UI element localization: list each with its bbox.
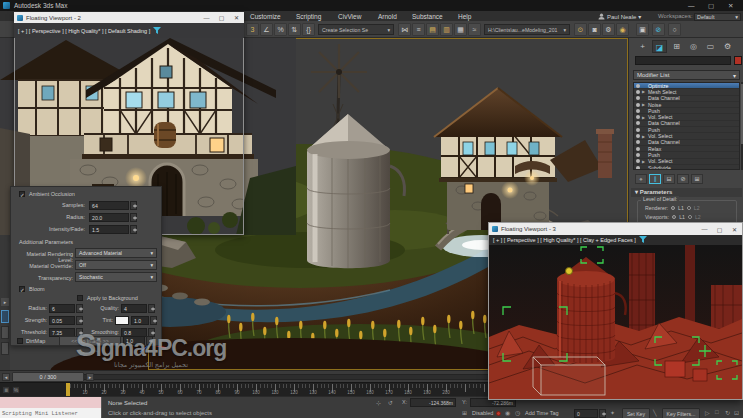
tab-utilities[interactable]: ⚙	[720, 40, 735, 53]
floating-viewport-3-titlebar[interactable]: Floating Viewport - 3 — ▢ ✕	[489, 223, 742, 235]
visibility-icon[interactable]	[636, 140, 640, 144]
tab-hierarchy[interactable]: ⊞	[669, 40, 684, 53]
dirtmap-spinner[interactable]	[146, 336, 153, 345]
fv3-close-button[interactable]: ✕	[727, 226, 742, 233]
visibility-icon[interactable]	[636, 103, 640, 107]
dirtmap-value-field[interactable]: 1.0	[123, 336, 145, 345]
bloom-checkbox[interactable]: ✓	[19, 286, 25, 292]
expand-icon[interactable]: ▶	[642, 89, 646, 94]
auto-key-indicator[interactable]	[496, 411, 501, 416]
key-filters-button[interactable]: Key Filters...	[662, 408, 700, 418]
filter-funnel-icon[interactable]	[639, 236, 647, 244]
spinner-snap-icon[interactable]: ⇅	[288, 23, 301, 36]
set-key-button[interactable]: Set Key	[622, 408, 650, 418]
viewports-l1-radio[interactable]	[672, 215, 676, 219]
pan-icon[interactable]: □	[715, 409, 719, 415]
menu-substance[interactable]: Substance	[412, 13, 443, 20]
visibility-icon[interactable]	[636, 159, 640, 163]
pin-stack-button[interactable]: ⌖	[635, 174, 647, 184]
scene-explorer-icon[interactable]: ▤	[426, 23, 439, 36]
workspace-dropdown[interactable]: Default ▾	[694, 13, 741, 21]
fv2-maximize-button[interactable]: ▢	[214, 14, 229, 21]
samples-spinner[interactable]	[130, 201, 137, 210]
show-end-result-button[interactable]: ∥	[649, 174, 661, 184]
fv3-viewport-label[interactable]: [ + ] [ Perspective ] [ High Quality* ] …	[489, 235, 742, 245]
quality-spinner[interactable]	[148, 304, 155, 313]
next-frame-button[interactable]: ▸	[86, 373, 94, 381]
transparency-dropdown[interactable]: Stochastic▾	[75, 272, 157, 282]
tab-motion[interactable]: ◎	[686, 40, 701, 53]
ribbon-toggle-icon[interactable]: ▦	[454, 23, 467, 36]
visibility-icon[interactable]	[636, 115, 640, 119]
curve-editor-icon[interactable]: ≈	[468, 23, 481, 36]
make-unique-button[interactable]: ⊟	[663, 174, 675, 184]
app-minimize-button[interactable]: —	[688, 0, 695, 11]
tint-spinner[interactable]	[150, 316, 157, 325]
transform-typein-icon[interactable]: ⊹	[376, 399, 381, 406]
floating-viewport-2-titlebar[interactable]: Floating Viewport - 2 — ▢ ✕	[14, 12, 244, 23]
tab-create[interactable]: +	[635, 40, 650, 53]
visibility-icon[interactable]	[636, 96, 640, 100]
maxscript-mini-listener-output[interactable]	[0, 397, 102, 408]
align-icon[interactable]: ≡	[412, 23, 425, 36]
bloom-radius-field[interactable]: 6	[49, 304, 75, 313]
absolute-mode-icon[interactable]: ↺	[388, 399, 393, 406]
visibility-icon[interactable]	[636, 121, 640, 125]
state-sets-icon[interactable]: ▣	[636, 23, 649, 36]
fv3-label-text[interactable]: [ + ] [ Perspective ] [ High Quality* ] …	[493, 237, 636, 243]
stack-row[interactable]: Subdivide	[634, 165, 739, 170]
percent-snap-icon[interactable]: %	[274, 23, 287, 36]
fv3-minimize-button[interactable]: —	[697, 226, 712, 232]
maxscript-mini-listener-input[interactable]: Scripting Mini Listener	[0, 408, 102, 418]
add-time-tag[interactable]: Add Time Tag	[525, 410, 559, 416]
tint-color-swatch[interactable]	[115, 316, 129, 325]
dirtmap-no-image-button[interactable]: << No Image >>	[59, 336, 121, 346]
clay-wireframe-scene[interactable]	[489, 245, 742, 399]
ao-radius-field[interactable]: 20.0	[89, 213, 129, 222]
app-maximize-button[interactable]: ▢	[708, 0, 714, 11]
menu-arnold[interactable]: Arnold	[378, 13, 397, 20]
renderer-l2-radio[interactable]	[687, 206, 691, 210]
current-frame-marker[interactable]	[66, 383, 70, 397]
fv2-label-text[interactable]: [ + ] [ Perspective ] [ High Quality* ] …	[18, 28, 150, 34]
mirror-icon[interactable]: ⋈	[398, 23, 411, 36]
configure-modifier-sets-button[interactable]: ⊞	[691, 174, 703, 184]
layout-preset-3[interactable]	[1, 342, 9, 355]
snaps-toggle-icon[interactable]: 3	[246, 23, 259, 36]
time-slider-thumb[interactable]: 0 / 300	[12, 372, 84, 382]
material-editor-icon[interactable]: ◙	[588, 23, 601, 36]
smart-placement-icon[interactable]: ○	[668, 23, 681, 36]
clock-icon[interactable]: ◷	[515, 409, 520, 416]
layout-preset-active[interactable]	[1, 310, 9, 323]
dirtmap-checkbox[interactable]	[17, 338, 23, 344]
named-selection-set-dropdown[interactable]: Create Selection Se ▾	[318, 24, 394, 35]
strength-spinner[interactable]	[76, 316, 83, 325]
record-icon[interactable]: ◉	[505, 409, 510, 416]
visibility-icon[interactable]	[636, 153, 640, 157]
visibility-icon[interactable]	[636, 147, 640, 151]
project-folder-dropdown[interactable]: H:\Clients\au...eModeling_201 ▾	[484, 24, 570, 35]
expand-icon[interactable]: ▶	[642, 134, 646, 139]
fv3-maximize-button[interactable]: ▢	[712, 226, 727, 233]
filter-funnel-icon[interactable]	[153, 27, 161, 35]
strength-field[interactable]: 0.05	[49, 316, 75, 325]
render-setup-icon[interactable]: ⚙	[602, 23, 615, 36]
viewports-l2-radio[interactable]	[688, 215, 692, 219]
grid-snap-icon[interactable]: ⊞	[462, 409, 467, 416]
visibility-icon[interactable]	[636, 166, 640, 170]
expand-icon[interactable]: ▶	[642, 102, 646, 107]
visibility-icon[interactable]	[636, 84, 640, 88]
material-override-dropdown[interactable]: Off▾	[75, 260, 157, 270]
ao-radius-spinner[interactable]	[130, 213, 137, 222]
app-titlebar[interactable]: Autodesk 3ds Max — ▢ ✕	[0, 0, 743, 11]
object-color-swatch[interactable]	[734, 56, 742, 65]
fv2-close-button[interactable]: ✕	[229, 14, 244, 21]
ambient-occlusion-checkbox[interactable]: ✓	[19, 191, 25, 197]
app-close-button[interactable]: ✕	[728, 0, 733, 11]
render-production-icon[interactable]: ◉	[616, 23, 629, 36]
material-rendering-level-dropdown[interactable]: Advanced Material▾	[75, 248, 157, 258]
previous-frame-button[interactable]: ◂	[2, 373, 10, 381]
layout-preset-2[interactable]	[1, 326, 9, 339]
tab-modify[interactable]: ◪	[652, 40, 667, 53]
expand-icon[interactable]: ▶	[642, 159, 646, 164]
